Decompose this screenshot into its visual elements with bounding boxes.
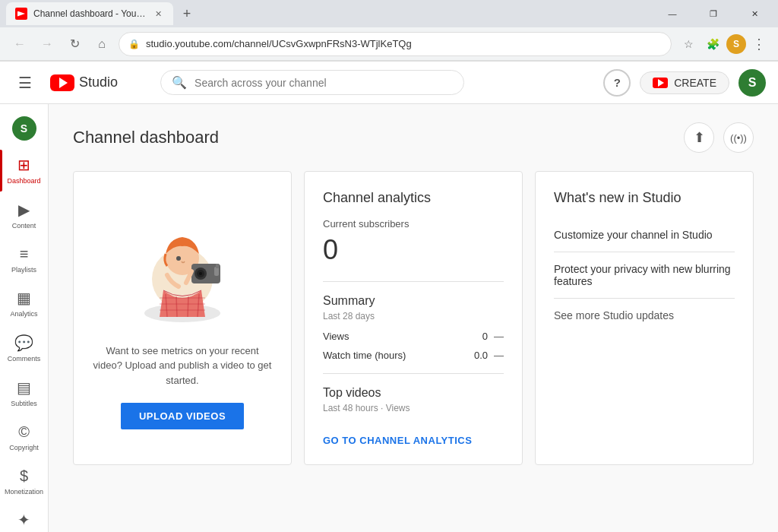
sidebar-item-subtitles[interactable]: ▤ Subtitles — [3, 372, 46, 414]
subscribers-value: 0 — [323, 234, 504, 266]
svg-point-7 — [199, 272, 202, 275]
header-actions: ? CREATE S — [603, 69, 766, 97]
page-title: Channel dashboard — [73, 128, 684, 147]
upload-card: Want to see metrics on your recent video… — [73, 171, 292, 465]
go-to-channel-analytics-btn[interactable]: GO TO CHANNEL ANALYTICS — [323, 435, 472, 446]
home-btn[interactable]: ⌂ — [91, 33, 112, 55]
sidebar-item-customization[interactable]: ✦ Customization — [3, 505, 46, 532]
divider-1 — [323, 281, 504, 282]
header-search[interactable]: 🔍 — [160, 70, 464, 95]
address-actions: ☆ 🧩 S ⋮ — [678, 33, 769, 55]
close-btn[interactable]: ✕ — [737, 2, 772, 25]
comments-icon: 💬 — [14, 334, 33, 352]
sidebar-item-monetization[interactable]: $ Monetization — [3, 461, 46, 502]
sidebar-avatar: S — [12, 116, 36, 141]
app-header: ☰ Studio 🔍 ? CREATE S — [0, 62, 778, 104]
svg-rect-9 — [216, 264, 219, 268]
playlists-icon: ≡ — [20, 245, 29, 263]
maximize-btn[interactable]: ❐ — [696, 2, 731, 25]
youtube-logo-icon — [50, 74, 74, 91]
minimize-btn[interactable]: — — [655, 2, 690, 25]
browser-titlebar: Channel dashboard - YouTube S... ✕ + — ❐… — [0, 0, 778, 27]
create-play-triangle — [658, 79, 664, 87]
sidebar-label-content: Content — [12, 222, 36, 230]
sidebar-label-comments: Comments — [8, 355, 41, 363]
refresh-btn[interactable]: ↻ — [64, 33, 85, 55]
upload-illustration — [122, 207, 243, 328]
top-videos-period: Last 48 hours · Views — [323, 403, 504, 413]
help-btn[interactable]: ? — [603, 69, 631, 97]
user-avatar[interactable]: S — [738, 69, 766, 97]
lock-icon: 🔒 — [128, 39, 140, 49]
bookmark-icon[interactable]: ☆ — [678, 33, 699, 55]
views-metric-row: Views 0 — — [323, 331, 504, 342]
forward-btn[interactable]: → — [36, 33, 58, 55]
sidebar-label-analytics: Analytics — [10, 310, 37, 318]
sidebar: S ⊞ Dashboard ▶ Content ≡ Playlists ▦ An… — [0, 104, 49, 532]
extensions-icon[interactable]: 🧩 — [702, 33, 723, 55]
address-bar[interactable]: 🔒 studio.youtube.com/channel/UCsvGxwpnFR… — [119, 32, 672, 56]
sidebar-item-copyright[interactable]: © Copyright — [3, 417, 46, 458]
sidebar-label-dashboard: Dashboard — [7, 177, 40, 185]
upload-videos-btn[interactable]: UPLOAD VIDEOS — [121, 403, 244, 429]
watchtime-metric-row: Watch time (hours) 0.0 — — [323, 350, 504, 361]
summary-title: Summary — [323, 294, 504, 308]
sidebar-item-content[interactable]: ▶ Content — [3, 195, 46, 236]
browser-profile-badge[interactable]: S — [726, 34, 746, 54]
upload-text: Want to see metrics on your recent video… — [92, 344, 273, 388]
analytics-card-title: Channel analytics — [323, 190, 504, 206]
new-tab-btn[interactable]: + — [176, 3, 198, 24]
sidebar-item-dashboard[interactable]: ⊞ Dashboard — [3, 150, 46, 192]
views-value: 0 — [482, 331, 488, 342]
tab-favicon — [15, 8, 27, 20]
app-wrapper: ☰ Studio 🔍 ? CREATE S — [0, 62, 778, 532]
watchtime-value: 0.0 — [474, 350, 488, 361]
search-bar[interactable]: 🔍 — [160, 70, 464, 95]
youtube-play-icon — [59, 78, 68, 88]
main-content: Channel dashboard ⬆ ((•)) — [49, 104, 778, 532]
live-action-btn[interactable]: ((•)) — [723, 122, 754, 153]
monetization-icon: $ — [20, 467, 28, 485]
watchtime-change: — — [494, 350, 504, 361]
news-item-2[interactable]: See more Studio updates — [554, 299, 735, 332]
dashboard-grid: Want to see metrics on your recent video… — [73, 171, 754, 465]
sidebar-item-playlists[interactable]: ≡ Playlists — [3, 239, 46, 280]
page-actions: ⬆ ((•)) — [684, 122, 754, 153]
views-label: Views — [323, 331, 482, 342]
svg-point-3 — [176, 256, 181, 261]
search-icon: 🔍 — [172, 75, 187, 90]
app-body: S ⊞ Dashboard ▶ Content ≡ Playlists ▦ An… — [0, 104, 778, 532]
analytics-icon: ▦ — [17, 289, 31, 307]
tab-close-btn[interactable]: ✕ — [152, 8, 164, 20]
sidebar-item-profile[interactable]: S — [3, 110, 46, 147]
browser-tab[interactable]: Channel dashboard - YouTube S... ✕ — [6, 2, 173, 25]
hamburger-menu[interactable]: ☰ — [12, 68, 38, 98]
browser-more-btn[interactable]: ⋮ — [749, 33, 769, 55]
customization-icon: ✦ — [17, 511, 30, 529]
create-btn[interactable]: CREATE — [640, 71, 729, 94]
sidebar-label-subtitles: Subtitles — [11, 400, 37, 408]
news-item-0[interactable]: Customize your channel in Studio — [554, 218, 735, 252]
top-videos-title: Top videos — [323, 386, 504, 400]
studio-text: Studio — [79, 74, 118, 90]
browser-chrome: Channel dashboard - YouTube S... ✕ + — ❐… — [0, 0, 778, 62]
news-item-1[interactable]: Protect your privacy with new blurring f… — [554, 252, 735, 299]
content-icon: ▶ — [18, 201, 30, 219]
dashboard-icon: ⊞ — [17, 156, 30, 174]
create-video-icon — [653, 78, 668, 88]
summary-period: Last 28 days — [323, 311, 504, 321]
upload-action-btn[interactable]: ⬆ — [684, 122, 714, 153]
sidebar-label-copyright: Copyright — [9, 444, 39, 452]
page-header: Channel dashboard ⬆ ((•)) — [73, 122, 754, 153]
search-input[interactable] — [194, 77, 453, 89]
sidebar-item-analytics[interactable]: ▦ Analytics — [3, 283, 46, 325]
sidebar-label-playlists: Playlists — [11, 266, 36, 274]
watchtime-label: Watch time (hours) — [323, 350, 474, 361]
whats-new-title: What's new in Studio — [554, 190, 735, 206]
youtube-logo: Studio — [50, 74, 118, 91]
sidebar-item-comments[interactable]: 💬 Comments — [3, 328, 46, 369]
divider-2 — [323, 373, 504, 374]
copyright-icon: © — [18, 423, 30, 441]
sidebar-label-monetization: Monetization — [5, 488, 43, 496]
back-btn[interactable]: ← — [9, 33, 30, 55]
